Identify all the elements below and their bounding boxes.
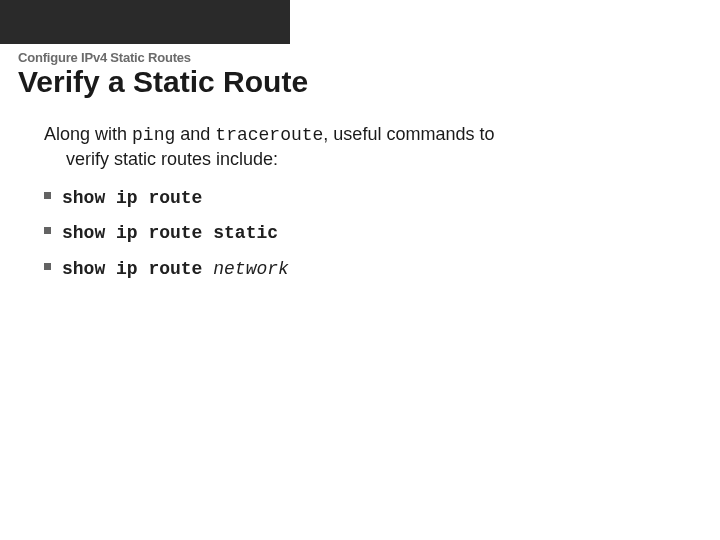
intro-text-pre: Along with [44, 124, 132, 144]
intro-cmd-ping: ping [132, 125, 175, 145]
list-item: show ip route network [44, 256, 690, 281]
intro-text-post2: verify static routes include: [44, 147, 690, 171]
command-text: show ip route [62, 188, 202, 208]
list-item: show ip route [44, 185, 690, 210]
decorative-top-bar [0, 0, 290, 44]
command-list: show ip route show ip route static show … [44, 185, 690, 281]
command-text: show ip route [62, 259, 213, 279]
eyebrow-text: Configure IPv4 Static Routes [18, 50, 720, 65]
command-text: show ip route static [62, 223, 278, 243]
page-title: Verify a Static Route [18, 65, 720, 100]
slide-body: Along with ping and traceroute, useful c… [0, 100, 720, 281]
intro-text-post1: , useful commands to [323, 124, 494, 144]
list-item: show ip route static [44, 220, 690, 245]
intro-text-mid: and [175, 124, 215, 144]
intro-paragraph: Along with ping and traceroute, useful c… [44, 122, 690, 172]
intro-cmd-traceroute: traceroute [215, 125, 323, 145]
slide-header: Configure IPv4 Static Routes Verify a St… [0, 44, 720, 100]
command-param: network [213, 259, 289, 279]
